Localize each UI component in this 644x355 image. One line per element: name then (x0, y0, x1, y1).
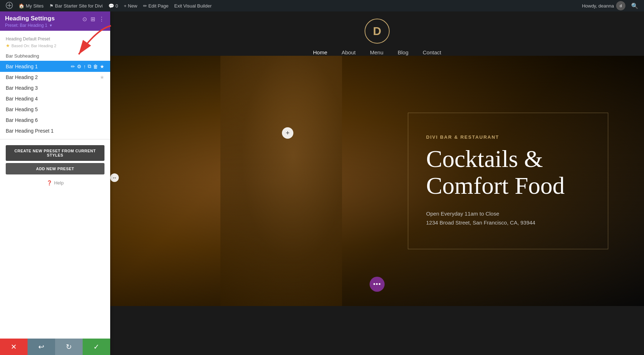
add-new-preset-button[interactable]: ADD NEW PRESET (6, 163, 104, 174)
more-icon[interactable]: ⋮ (98, 15, 105, 23)
exit-visual-builder[interactable]: Exit Visual Builder (171, 0, 215, 11)
hero-eyebrow: DIVI BAR & RESTAURANT (426, 134, 590, 140)
nav-about[interactable]: About (342, 49, 356, 56)
heading-settings-panel: Heading Settings Preset: Bar Heading 1 ▾… (0, 11, 110, 355)
panel-header-icons: ⊙ ⊞ ⋮ (82, 15, 105, 23)
grid-icon[interactable]: ⊞ (90, 15, 96, 23)
preset-bar-heading-4[interactable]: Bar Heading 4 (0, 93, 110, 104)
howdy-text: Howdy, deanna d (579, 1, 628, 10)
edit-icon[interactable]: ✏ (71, 64, 75, 69)
comment-icon: 💬 (108, 3, 114, 9)
nav-home[interactable]: Home (313, 49, 327, 56)
panel-header: Heading Settings Preset: Bar Heading 1 ▾… (0, 11, 110, 31)
preset-bar-heading-1[interactable]: Bar Heading 1 ✏ ⚙ ↑ ⧉ 🗑 ★ (0, 61, 110, 72)
avatar[interactable]: d (616, 1, 625, 10)
maximize-icon[interactable]: ⊙ (82, 15, 88, 23)
sites-icon: 🏠 (19, 3, 24, 9)
wp-icon (6, 2, 13, 10)
main-layout: Heading Settings Preset: Bar Heading 1 ▾… (0, 0, 644, 355)
site-logo: D (365, 19, 390, 44)
preset-selector[interactable]: Preset: Bar Heading 1 ▾ (5, 23, 55, 28)
wp-logo[interactable] (3, 0, 16, 11)
new-button[interactable]: + New (121, 0, 140, 11)
site-name[interactable]: ⚑ Bar Starter Site for Divi (47, 0, 106, 11)
preset-bar-heading-preset-1[interactable]: Bar Heading Preset 1 (0, 125, 110, 136)
pencil-icon: ✏ (143, 3, 147, 9)
panel-title: Heading Settings (5, 15, 55, 22)
export-icon[interactable]: ↑ (83, 64, 86, 69)
star-icon[interactable]: ★ (100, 64, 104, 69)
search-icon[interactable]: 🔍 (628, 3, 641, 9)
nav-blog[interactable]: Blog (398, 49, 409, 56)
my-sites[interactable]: 🏠 My Sites (16, 0, 47, 11)
add-module-button[interactable]: + (282, 127, 293, 139)
website-preview: D Home About Menu Blog Contact + DIVI BA… (110, 11, 644, 355)
help-link[interactable]: ❓ Help (0, 177, 110, 189)
admin-bar: 🏠 My Sites ⚑ Bar Starter Site for Divi 💬… (0, 0, 644, 11)
close-button[interactable]: ✕ (0, 339, 28, 355)
plus-icon: + (124, 3, 127, 9)
nav-menu[interactable]: Menu (370, 49, 384, 56)
hero-title: Cocktails & Comfort Food (426, 146, 590, 199)
star-icon: ★ (6, 43, 10, 48)
panel-header-left: Heading Settings Preset: Bar Heading 1 ▾ (5, 15, 55, 28)
create-new-preset-button[interactable]: CREATE NEW PRESET FROM CURRENT STYLES (6, 145, 104, 161)
site-nav: D Home About Menu Blog Contact (110, 11, 644, 56)
close-icon: ✕ (11, 342, 17, 351)
nav-contact[interactable]: Contact (423, 49, 441, 56)
checkmark-icon: ✓ (93, 342, 99, 351)
undo-button[interactable]: ↩ (28, 339, 55, 355)
subheading-label: Bar Subheading (0, 50, 110, 61)
edit-page[interactable]: ✏ Edit Page (140, 0, 171, 11)
divider (0, 139, 110, 139)
hero-address: Open Everyday 11am to Close 1234 Broad S… (426, 209, 590, 227)
preset-bar-heading-3[interactable]: Bar Heading 3 (0, 83, 110, 93)
delete-icon[interactable]: 🗑 (93, 64, 98, 69)
nav-links: Home About Menu Blog Contact (313, 49, 441, 56)
redo-icon: ↻ (66, 342, 72, 351)
redo-button[interactable]: ↻ (55, 339, 83, 355)
comments[interactable]: 💬 0 (106, 0, 121, 11)
resize-handle[interactable]: ↔ (110, 173, 119, 182)
panel-content: Heading Default Preset ★ Based On: Bar H… (0, 31, 110, 355)
preset-bar-heading-6[interactable]: Bar Heading 6 (0, 115, 110, 125)
settings-icon[interactable]: ⚙ (77, 64, 82, 69)
hero-section: + DIVI BAR & RESTAURANT Cocktails & Comf… (110, 56, 644, 306)
duplicate-icon[interactable]: ⧉ (88, 63, 91, 69)
bottom-toolbar: ✕ ↩ ↻ ✓ (0, 339, 110, 355)
default-preset-label: Heading Default Preset (0, 35, 110, 42)
based-on: ★ Based On: Bar Heading 2 (0, 42, 110, 50)
undo-icon: ↩ (38, 342, 44, 351)
save-button[interactable]: ✓ (83, 339, 110, 355)
site-icon: ⚑ (49, 3, 54, 9)
preset-bar-heading-2[interactable]: Bar Heading 2 ★ (0, 72, 110, 83)
three-dots-menu[interactable]: ••• (370, 277, 385, 292)
preset-bar-heading-5[interactable]: Bar Heading 5 (0, 104, 110, 115)
help-icon: ❓ (47, 180, 52, 186)
star-icon[interactable]: ★ (100, 74, 104, 80)
hero-content-box: DIVI BAR & RESTAURANT Cocktails & Comfor… (408, 113, 608, 249)
